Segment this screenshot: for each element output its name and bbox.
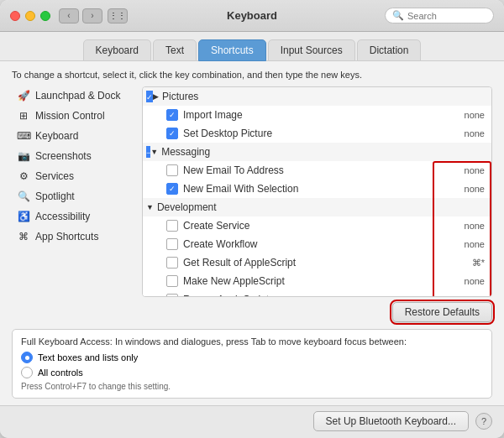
bottom-area: Restore Defaults Full Keyboard Access: I… — [12, 302, 492, 399]
mission-control-icon: ⊞ — [17, 109, 30, 123]
tab-dictation[interactable]: Dictation — [357, 39, 422, 61]
group-label-pictures: Pictures — [162, 91, 198, 102]
tab-text[interactable]: Text — [153, 39, 197, 61]
window-title: Keyboard — [227, 9, 277, 22]
screenshots-icon: 📷 — [17, 149, 30, 163]
group-label-development: Development — [157, 201, 217, 213]
label-text-boxes: Text boxes and lists only — [38, 352, 138, 362]
shortcut-get-result: ⌘* — [472, 258, 485, 269]
checkbox-email-address[interactable] — [166, 164, 178, 176]
tab-input-sources[interactable]: Input Sources — [268, 39, 355, 61]
label-desktop-picture: Set Desktop Picture — [183, 128, 272, 139]
forward-button[interactable]: › — [82, 8, 102, 23]
group-messaging[interactable]: − ▼ Messaging — [143, 143, 491, 161]
radio-all-controls[interactable] — [21, 367, 33, 378]
sidebar-item-services[interactable]: ⚙ Services — [12, 167, 139, 185]
sidebar-item-app-shortcuts[interactable]: ⌘ App Shortcuts — [12, 227, 139, 246]
instruction-text: To change a shortcut, select it, click t… — [12, 70, 492, 80]
keyboard-access-panel: Full Keyboard Access: In windows and dia… — [12, 329, 492, 399]
tabs-bar: Keyboard Text Shortcuts Input Sources Di… — [0, 32, 504, 61]
label-create-service: Create Service — [183, 220, 249, 232]
radio-all-controls-row[interactable]: All controls — [21, 367, 483, 378]
group-label-messaging: Messaging — [161, 146, 210, 158]
list-panel: ✓ ▶ Pictures ✓ Import Image none ✓ Set D… — [142, 86, 492, 297]
accessibility-icon: ♿ — [17, 210, 30, 223]
triangle-pictures: ▶ — [153, 92, 159, 101]
list-item-desktop-picture[interactable]: ✓ Set Desktop Picture none — [143, 124, 491, 143]
maximize-button[interactable] — [40, 11, 50, 21]
setup-bluetooth-button[interactable]: Set Up Bluetooth Keyboard... — [313, 411, 469, 431]
keyboard-window: ‹ › ⋮⋮ Keyboard 🔍 Keyboard Text Shortcut… — [0, 0, 504, 438]
tab-shortcuts[interactable]: Shortcuts — [198, 39, 266, 61]
sidebar: 🚀 Launchpad & Dock ⊞ Mission Control ⌨ K… — [12, 86, 142, 297]
checkbox-get-result[interactable] — [166, 257, 178, 269]
label-run-as: Run as AppleScript — [183, 294, 269, 297]
checkbox-run-as[interactable] — [166, 294, 178, 297]
restore-defaults-row: Restore Defaults — [12, 302, 492, 322]
checkbox-make-new[interactable] — [166, 275, 178, 287]
sidebar-item-screenshots[interactable]: 📷 Screenshots — [12, 147, 139, 165]
sidebar-label-launchpad: Launchpad & Dock — [35, 90, 120, 102]
search-icon: 🔍 — [392, 10, 404, 21]
checkbox-email-selection[interactable]: ✓ — [166, 183, 178, 195]
tab-keyboard[interactable]: Keyboard — [83, 39, 151, 61]
spotlight-icon: 🔍 — [17, 190, 30, 203]
sidebar-label-app-shortcuts: App Shortcuts — [35, 231, 98, 242]
launchpad-icon: 🚀 — [17, 89, 30, 102]
list-item-get-result[interactable]: Get Result of AppleScript ⌘* — [143, 253, 491, 272]
list-item-make-new[interactable]: Make New AppleScript none — [143, 272, 491, 290]
keyboard-icon: ⌨ — [17, 129, 30, 143]
sidebar-item-accessibility[interactable]: ♿ Accessibility — [12, 207, 139, 226]
sidebar-item-spotlight[interactable]: 🔍 Spotlight — [12, 187, 139, 206]
back-button[interactable]: ‹ — [59, 8, 79, 23]
shortcut-email-selection: none — [465, 184, 485, 194]
checkbox-import-image[interactable]: ✓ — [166, 109, 178, 121]
label-email-selection: New Email With Selection — [183, 183, 298, 195]
close-button[interactable] — [10, 11, 20, 21]
minimize-button[interactable] — [25, 11, 35, 21]
list-item-import-image[interactable]: ✓ Import Image none — [143, 106, 491, 124]
shortcut-desktop-picture: none — [465, 128, 485, 138]
shortcut-make-new: none — [465, 276, 485, 286]
checkbox-create-service[interactable] — [166, 220, 178, 232]
list-item-run-as[interactable]: Run as AppleScript none — [143, 290, 491, 297]
shortcut-email-address: none — [465, 165, 485, 175]
titlebar: ‹ › ⋮⋮ Keyboard 🔍 — [0, 0, 504, 32]
nav-buttons: ‹ › — [59, 8, 102, 23]
main-area: 🚀 Launchpad & Dock ⊞ Mission Control ⌨ K… — [12, 86, 492, 297]
radio-text-boxes-row[interactable]: Text boxes and lists only — [21, 352, 483, 363]
list-item-email-selection[interactable]: ✓ New Email With Selection none — [143, 180, 491, 198]
sidebar-label-accessibility: Accessibility — [35, 211, 90, 222]
shortcut-import-image: none — [465, 110, 485, 120]
app-shortcuts-icon: ⌘ — [17, 230, 30, 243]
sidebar-item-keyboard[interactable]: ⌨ Keyboard — [12, 127, 139, 145]
label-create-workflow: Create Workflow — [183, 238, 257, 250]
label-import-image: Import Image — [183, 109, 243, 121]
restore-defaults-button[interactable]: Restore Defaults — [392, 302, 492, 322]
list-scroll[interactable]: ✓ ▶ Pictures ✓ Import Image none ✓ Set D… — [142, 86, 492, 297]
sidebar-item-mission-control[interactable]: ⊞ Mission Control — [12, 107, 139, 125]
hint-text: Press Control+F7 to change this setting. — [21, 382, 483, 391]
list-item-email-address[interactable]: New Email To Address none — [143, 161, 491, 180]
sidebar-item-launchpad[interactable]: 🚀 Launchpad & Dock — [12, 86, 139, 105]
shortcut-create-service: none — [465, 221, 485, 231]
search-input[interactable] — [407, 11, 483, 21]
label-get-result: Get Result of AppleScript — [183, 257, 296, 269]
list-item-create-service[interactable]: Create Service none — [143, 216, 491, 235]
radio-text-boxes[interactable] — [21, 352, 33, 363]
group-development[interactable]: ▼ Development — [143, 198, 491, 216]
keyboard-access-title: Full Keyboard Access: In windows and dia… — [21, 336, 483, 347]
triangle-development: ▼ — [146, 203, 154, 211]
help-button[interactable]: ? — [475, 413, 492, 430]
content-area: To change a shortcut, select it, click t… — [0, 61, 504, 405]
label-make-new: Make New AppleScript — [183, 275, 285, 287]
triangle-messaging: ▼ — [150, 148, 158, 156]
sidebar-label-spotlight: Spotlight — [35, 190, 75, 202]
checkbox-pictures[interactable]: ✓ — [146, 91, 153, 102]
checkbox-desktop-picture[interactable]: ✓ — [166, 128, 178, 139]
group-pictures[interactable]: ✓ ▶ Pictures — [143, 87, 491, 106]
grid-button[interactable]: ⋮⋮ — [108, 8, 128, 23]
checkbox-create-workflow[interactable] — [166, 238, 178, 250]
sidebar-label-services: Services — [35, 170, 74, 182]
list-item-create-workflow[interactable]: Create Workflow none — [143, 235, 491, 253]
